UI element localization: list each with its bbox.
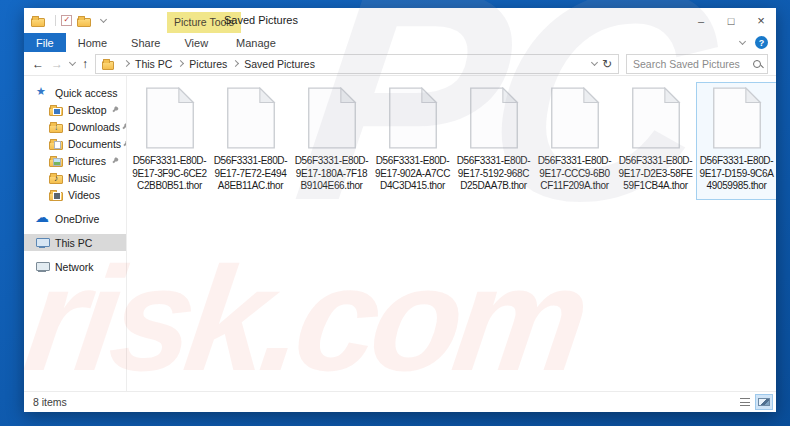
breadcrumb-segment[interactable]: Saved Pictures	[244, 58, 315, 70]
back-button[interactable]: ←	[32, 58, 44, 70]
sidebar-item-onedrive[interactable]: OneDrive	[24, 210, 126, 227]
file-name: D56F3331-E80D-9E17-180A-7F18B9104E66.tho…	[293, 155, 370, 193]
tab-home[interactable]: Home	[66, 33, 119, 52]
tab-file[interactable]: File	[24, 33, 66, 52]
search-box[interactable]	[626, 54, 768, 74]
details-view-icon	[740, 398, 750, 406]
content-pane: D56F3331-E80D-9E17-3F9C-6CE2C2BB0B51.tho…	[126, 76, 776, 391]
file-tile[interactable]: D56F3331-E80D-9E17-3F9C-6CE2C2BB0B51.tho…	[129, 82, 210, 200]
sidebar-item-label: Downloads	[68, 121, 120, 133]
file-tile[interactable]: D56F3331-E80D-9E17-D159-9C6A49059985.tho…	[696, 82, 776, 200]
sidebar-item-documents[interactable]: Documents	[24, 135, 126, 152]
file-tile[interactable]: D56F3331-E80D-9E17-5192-968CD25DAA7B.tho…	[453, 82, 534, 200]
downloads-folder-icon	[49, 124, 63, 133]
sidebar-item-label: Desktop	[68, 104, 107, 116]
status-bar: 8 items	[24, 391, 776, 412]
tab-share[interactable]: Share	[119, 33, 172, 52]
window-controls: – □ ×	[686, 8, 776, 33]
sidebar-item-label: Quick access	[55, 87, 117, 99]
recent-locations-chevron-icon[interactable]	[69, 59, 76, 66]
file-tile[interactable]: D56F3331-E80D-9E17-D2E3-58FE59F1CB4A.tho…	[615, 82, 696, 200]
breadcrumb-segment[interactable]: This PC	[135, 58, 172, 70]
file-name: D56F3331-E80D-9E17-3F9C-6CE2C2BB0B51.tho…	[131, 155, 208, 193]
file-name: D56F3331-E80D-9E17-CCC9-6B0CF11F209A.tho…	[536, 155, 613, 193]
ribbon-collapse-chevron-icon[interactable]	[739, 38, 746, 45]
title-bar: Picture Tools Saved Pictures – □ ×	[24, 8, 776, 33]
details-view-button[interactable]	[736, 394, 754, 410]
pictures-folder-icon	[49, 158, 63, 167]
file-grid: D56F3331-E80D-9E17-3F9C-6CE2C2BB0B51.tho…	[127, 76, 776, 200]
navigation-bar: ← → ↑ This PCPicturesSaved Pictures ↻	[24, 52, 776, 76]
qat-new-folder-icon[interactable]	[77, 18, 91, 27]
file-name: D56F3331-E80D-9E17-D2E3-58FE59F1CB4A.tho…	[617, 155, 694, 193]
qat-folder-icon[interactable]	[31, 18, 45, 27]
file-tile[interactable]: D56F3331-E80D-9E17-CCC9-6B0CF11F209A.tho…	[534, 82, 615, 200]
search-input[interactable]	[633, 58, 749, 70]
file-page-icon	[631, 87, 681, 149]
up-button[interactable]: ↑	[82, 58, 88, 70]
view-toggles	[736, 394, 773, 410]
sidebar-item-network[interactable]: Network	[24, 258, 126, 275]
ribbon-tab-row: FileHomeShareViewManage ?	[24, 33, 776, 52]
tab-view[interactable]: View	[172, 33, 220, 52]
help-icon[interactable]: ?	[755, 36, 768, 49]
refresh-icon[interactable]: ↻	[602, 57, 612, 71]
file-name: D56F3331-E80D-9E17-902A-A7CCD4C3D415.tho…	[374, 155, 451, 193]
minimize-button[interactable]: –	[686, 8, 716, 33]
file-tile[interactable]: D56F3331-E80D-9E17-180A-7F18B9104E66.tho…	[291, 82, 372, 200]
sidebar-item-pictures[interactable]: Pictures	[24, 152, 126, 169]
breadcrumb-chevron-icon	[123, 60, 130, 67]
address-bar[interactable]: This PCPicturesSaved Pictures ↻	[95, 54, 619, 74]
sidebar-item-label: Pictures	[68, 155, 106, 167]
sidebar-item-label: Network	[55, 261, 94, 273]
network-icon	[36, 261, 50, 273]
sidebar-item-label: OneDrive	[55, 213, 99, 225]
desktop-folder-icon	[49, 107, 63, 116]
address-dropdown-chevron-icon[interactable]	[591, 59, 598, 66]
sidebar-item-videos[interactable]: Videos	[24, 186, 126, 203]
sidebar-item-quick-access[interactable]: Quick access	[24, 84, 126, 101]
quick-access-star-icon	[36, 87, 50, 99]
file-page-icon	[469, 87, 519, 149]
items-count: 8 items	[33, 396, 67, 408]
music-folder-icon	[49, 175, 63, 184]
qat-properties-icon[interactable]	[61, 15, 72, 26]
breadcrumb-chevron-icon	[232, 60, 239, 67]
computer-icon	[36, 237, 50, 249]
sidebar-nav: Quick accessDesktopDownloadsDocumentsPic…	[24, 76, 126, 391]
maximize-button[interactable]: □	[716, 8, 746, 33]
sidebar-item-desktop[interactable]: Desktop	[24, 101, 126, 118]
videos-folder-icon	[49, 192, 63, 201]
tab-manage[interactable]: Manage	[224, 33, 288, 52]
breadcrumb: This PCPicturesSaved Pictures	[124, 58, 315, 70]
breadcrumb-segment[interactable]: Pictures	[189, 58, 227, 70]
sidebar-item-music[interactable]: Music	[24, 169, 126, 186]
file-tile[interactable]: D56F3331-E80D-9E17-902A-A7CCD4C3D415.tho…	[372, 82, 453, 200]
ribbon-right-controls: ?	[740, 33, 768, 52]
sidebar-item-label: This PC	[55, 237, 92, 249]
file-tile[interactable]: D56F3331-E80D-9E17-7E72-E494A8EB11AC.tho…	[210, 82, 291, 200]
sidebar-item-label: Music	[68, 172, 95, 184]
separator	[55, 15, 56, 26]
qat-customize-chevron-icon[interactable]	[100, 16, 107, 23]
thumbnails-view-button[interactable]	[755, 394, 773, 410]
search-icon	[753, 60, 761, 68]
file-page-icon	[550, 87, 600, 149]
sidebar-item-downloads[interactable]: Downloads	[24, 118, 126, 135]
file-name: D56F3331-E80D-9E17-7E72-E494A8EB11AC.tho…	[212, 155, 289, 193]
address-folder-icon	[102, 61, 114, 70]
close-button[interactable]: ×	[746, 8, 776, 33]
sidebar-item-this-pc[interactable]: This PC	[24, 234, 126, 251]
quick-access-toolbar	[24, 8, 106, 33]
explorer-window: Picture Tools Saved Pictures – □ × FileH…	[24, 8, 776, 412]
file-page-icon	[145, 87, 195, 149]
file-page-icon	[226, 87, 276, 149]
forward-button[interactable]: →	[51, 58, 63, 70]
breadcrumb-chevron-icon	[177, 60, 184, 67]
file-name: D56F3331-E80D-9E17-5192-968CD25DAA7B.tho…	[455, 155, 532, 193]
window-title: Saved Pictures	[224, 8, 298, 33]
file-page-icon	[307, 87, 357, 149]
file-page-icon	[712, 87, 762, 149]
sidebar-item-label: Documents	[68, 138, 121, 150]
main-area: Quick accessDesktopDownloadsDocumentsPic…	[24, 76, 776, 391]
